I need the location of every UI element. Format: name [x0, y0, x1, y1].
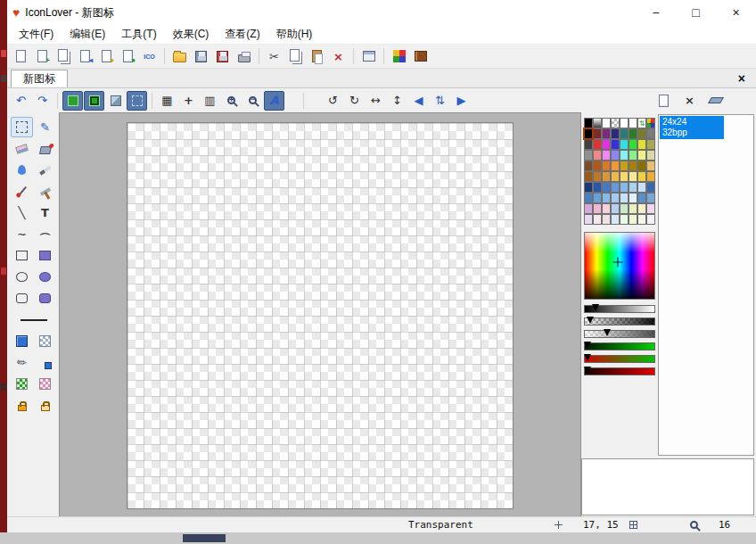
minimize-button[interactable]: − — [636, 0, 676, 25]
palette-swatch[interactable] — [637, 128, 646, 139]
palette-swatch[interactable] — [611, 161, 620, 171]
palette-swatch[interactable] — [584, 182, 593, 193]
blur-tool[interactable] — [11, 160, 33, 180]
palette-swatch[interactable] — [593, 118, 602, 128]
palette-swatch[interactable] — [602, 214, 611, 225]
palette-swatch[interactable] — [629, 150, 637, 161]
green-channel-bar[interactable] — [584, 342, 655, 350]
filled-rect-tool[interactable] — [34, 245, 56, 266]
palette-swatch[interactable] — [611, 182, 620, 193]
menu-edit[interactable]: 编辑(E) — [62, 27, 113, 42]
green-channel-bar-marker-icon[interactable] — [584, 342, 591, 349]
knife-tool[interactable] — [34, 160, 56, 180]
duplicate-icon-button[interactable] — [53, 46, 74, 66]
palette-swatch[interactable] — [637, 139, 646, 150]
alpha-dark-bar[interactable] — [584, 317, 655, 326]
palette-swatch[interactable] — [620, 214, 629, 225]
palette-swatch[interactable] — [584, 171, 593, 182]
arc-tool[interactable]: ( — [34, 224, 56, 244]
palette-swatch[interactable] — [637, 193, 646, 203]
palette-swatch[interactable] — [584, 118, 593, 128]
palette-swatch[interactable] — [629, 118, 637, 128]
fill-tool[interactable] — [34, 138, 56, 159]
palette-swatch[interactable] — [620, 171, 629, 182]
help-book-button[interactable] — [410, 46, 431, 66]
palette-swatch[interactable] — [646, 171, 655, 182]
eraser-tool[interactable] — [11, 138, 33, 159]
palette-swatch[interactable] — [602, 161, 611, 171]
lock-colors[interactable] — [11, 395, 33, 416]
filled-ellipse-tool[interactable] — [34, 267, 56, 287]
maximize-button[interactable]: □ — [676, 0, 716, 25]
save-file-button[interactable] — [191, 46, 211, 66]
palette-swatch[interactable] — [629, 139, 637, 150]
palette-swatch[interactable] — [593, 193, 602, 203]
palette-swatch[interactable] — [620, 128, 629, 139]
new-image-format-button[interactable] — [653, 91, 674, 111]
undo-button[interactable]: ↶ — [11, 91, 31, 111]
palette-swatch[interactable] — [620, 150, 629, 161]
rotate-left-button[interactable]: ↺ — [323, 91, 343, 111]
line-width-selector[interactable] — [11, 309, 56, 330]
menu-file[interactable]: 文件(F) — [11, 27, 62, 42]
redo-button[interactable]: ↷ — [32, 91, 53, 111]
menu-help[interactable]: 帮助(H) — [268, 27, 321, 42]
toggle-grid-snap-button[interactable] — [84, 91, 104, 111]
palette-swatch[interactable] — [620, 118, 629, 128]
palette-swatch[interactable] — [584, 161, 593, 171]
palette-swatch[interactable] — [646, 128, 655, 139]
palette-swatch[interactable] — [611, 118, 620, 128]
palette-swatch[interactable] — [637, 182, 646, 193]
import-image-button[interactable]: ◂ — [75, 46, 95, 66]
foreground-color[interactable] — [11, 331, 33, 351]
palette-swatch[interactable] — [611, 203, 620, 214]
palette-swatch[interactable] — [629, 128, 637, 139]
palette-swatch[interactable] — [629, 171, 637, 182]
palette-swatch[interactable] — [646, 193, 655, 203]
palette-swatch[interactable] — [646, 182, 655, 193]
grayscale-bar[interactable] — [584, 305, 655, 313]
palette-swatch[interactable] — [629, 203, 637, 214]
tab-close-icon[interactable]: × — [738, 71, 745, 86]
palette-swatch[interactable] — [646, 214, 655, 225]
palette-swatch[interactable] — [620, 193, 629, 203]
icon-wizard-button[interactable]: ICO — [139, 46, 160, 66]
capture-screen-button[interactable]: ● — [118, 46, 138, 66]
menu-effects[interactable]: 效果(C) — [165, 27, 218, 42]
palette-swatch[interactable] — [584, 193, 593, 203]
alpha-dark-bar-marker-icon[interactable] — [587, 317, 594, 324]
palette-swatch[interactable] — [611, 193, 620, 203]
roundrect-tool[interactable] — [11, 288, 33, 309]
palette-swatch[interactable] — [620, 182, 629, 193]
copy-button[interactable] — [285, 46, 306, 66]
palette-swatch[interactable] — [629, 193, 637, 203]
palette-swatch[interactable]: ⇅ — [637, 118, 646, 128]
properties-button[interactable] — [358, 46, 379, 66]
palette-swatch[interactable] — [611, 214, 620, 225]
palette-swatch[interactable] — [611, 128, 620, 139]
tab-new-icon[interactable]: 新图标 — [11, 70, 68, 87]
rect-tool[interactable] — [11, 245, 33, 266]
palette-swatch[interactable] — [602, 182, 611, 193]
palette-swatch[interactable] — [593, 214, 602, 225]
palette-swatch[interactable] — [584, 203, 593, 214]
palette-swatch[interactable] — [602, 118, 611, 128]
palette-swatch[interactable] — [584, 139, 593, 150]
palette-swatch[interactable] — [602, 128, 611, 139]
title-bar[interactable]: ♥ IconLover - 新图标 − □ × — [7, 0, 756, 25]
pattern-dither-green[interactable] — [11, 374, 33, 394]
image-format-item[interactable]: 24x24 32bpp — [660, 116, 724, 139]
toggle-layers-button[interactable] — [105, 91, 126, 111]
palette-swatch[interactable] — [620, 161, 629, 171]
palette-swatch[interactable] — [646, 161, 655, 171]
dropper-tool[interactable] — [11, 181, 33, 202]
scan-image-button[interactable]: ● — [96, 46, 117, 66]
curve-tool[interactable]: ∼ — [11, 224, 33, 244]
palette-swatch[interactable] — [637, 203, 646, 214]
palette-swatch[interactable] — [593, 171, 602, 182]
palette-swatch[interactable] — [611, 150, 620, 161]
palette-swatch[interactable] — [593, 139, 602, 150]
delete-image-format-button[interactable]: × — [679, 91, 700, 111]
palette-swatch[interactable] — [629, 182, 637, 193]
menu-tools[interactable]: 工具(T) — [113, 27, 164, 42]
